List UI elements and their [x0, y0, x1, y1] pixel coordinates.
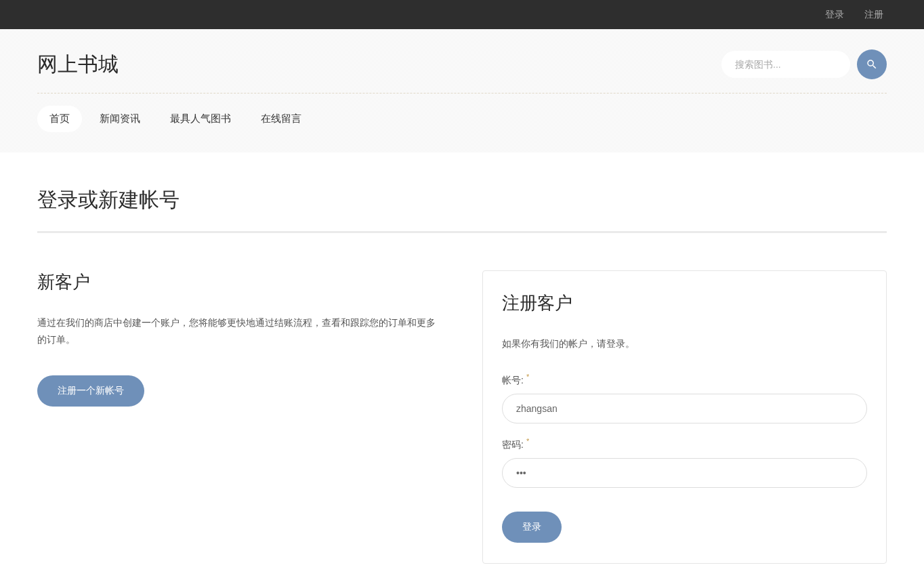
- registered-customer-title: 注册客户: [502, 291, 867, 315]
- new-customer-text: 通过在我们的商店中创建一个账户，您将能够更快地通过结账流程，查看和跟踪您的订单和…: [37, 314, 442, 348]
- username-label: 帐号:*: [502, 373, 867, 387]
- new-customer-title: 新客户: [37, 270, 442, 294]
- site-logo: 网上书城: [37, 51, 119, 79]
- password-input[interactable]: [502, 458, 867, 488]
- required-star-icon: *: [526, 373, 529, 381]
- required-star-icon: *: [526, 437, 529, 445]
- topbar-register-link[interactable]: 注册: [864, 9, 883, 21]
- login-button[interactable]: 登录: [502, 512, 562, 543]
- search-button[interactable]: [857, 49, 887, 79]
- password-label: 密码:*: [502, 437, 867, 451]
- username-input[interactable]: [502, 394, 867, 423]
- register-new-account-button[interactable]: 注册一个新帐号: [37, 375, 144, 407]
- nav-item-popular-books[interactable]: 最具人气图书: [158, 106, 243, 132]
- topbar-login-link[interactable]: 登录: [825, 9, 844, 21]
- nav-item-home[interactable]: 首页: [37, 106, 82, 132]
- main-nav: 首页 新闻资讯 最具人气图书 在线留言: [37, 94, 887, 152]
- page-title: 登录或新建帐号: [37, 186, 887, 214]
- nav-item-news[interactable]: 新闻资讯: [87, 106, 152, 132]
- registered-customer-text: 如果你有我们的帐户，请登录。: [502, 335, 867, 352]
- search-icon: [866, 58, 878, 70]
- search-input[interactable]: [721, 51, 850, 78]
- nav-item-guestbook[interactable]: 在线留言: [249, 106, 314, 132]
- login-card: 注册客户 如果你有我们的帐户，请登录。 帐号:* 密码:* 登录: [482, 270, 887, 564]
- title-divider: [37, 231, 887, 233]
